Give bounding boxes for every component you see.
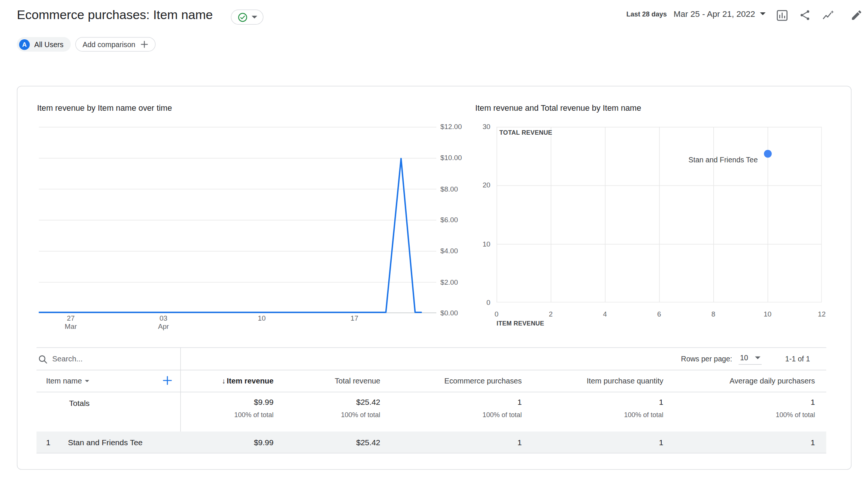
comparison-chip-all-users[interactable]: A All Users [17, 37, 71, 52]
chevron-down-icon [760, 12, 766, 15]
report-status-dropdown[interactable] [231, 10, 264, 25]
y-tick-label: 10 [470, 240, 491, 249]
ga4-report-page: Ecommerce purchases: Item name Last 28 d… [0, 0, 868, 477]
chevron-down-icon [251, 16, 257, 19]
x-tick-label: 10 [245, 314, 279, 323]
rows-per-page-control: Rows per page: 10 1-1 of 1 [681, 351, 810, 366]
sort-descending-icon: ↓ [222, 377, 226, 385]
comparison-avatar: A [19, 39, 30, 50]
row-cell-total-revenue: $25.42 [285, 432, 392, 453]
totals-cell: 1100% of total [675, 397, 826, 419]
row-item-name: Stan and Friends Tee [68, 432, 143, 453]
report-card: Item revenue by Item name over time $12.… [17, 86, 852, 470]
totals-cell: 1100% of total [392, 397, 533, 419]
column-header-total-revenue[interactable]: Total revenue [285, 370, 392, 392]
rows-per-page-value: 10 [740, 354, 748, 362]
rows-per-page-label: Rows per page: [681, 354, 732, 363]
column-header-item-purchase-quantity[interactable]: Item purchase quantity [533, 370, 675, 392]
totals-cell: 1100% of total [533, 397, 675, 419]
totals-cell: $9.99100% of total [180, 397, 285, 419]
x-tick-label: 17 [338, 314, 371, 323]
column-header-item-revenue[interactable]: ↓Item revenue [180, 370, 285, 392]
scatter-point-label: Stan and Friends Tee [648, 156, 758, 164]
plus-icon [140, 40, 148, 48]
scatter-y-axis-title: TOTAL REVENUE [500, 129, 552, 136]
rows-per-page-select[interactable]: 10 [739, 352, 762, 365]
y-tick-label: $6.00 [440, 215, 475, 224]
insights-button[interactable] [821, 8, 835, 22]
date-range-value: Mar 25 - Apr 21, 2022 [674, 9, 755, 19]
chevron-down-icon [755, 357, 761, 360]
scatter-chart-title: Item revenue and Total revenue by Item n… [475, 103, 641, 112]
x-tick-label: 12 [811, 311, 833, 318]
x-tick-label: 2 [540, 311, 562, 318]
y-tick-label: $2.00 [440, 278, 475, 287]
line-chart-title: Item revenue by Item name over time [37, 103, 172, 112]
table-header-bottom-border [37, 392, 826, 392]
scatter-point [764, 150, 772, 158]
row-cell-average-daily-purchasers: 1 [675, 432, 826, 453]
add-dimension-button[interactable] [161, 374, 174, 387]
share-report-button[interactable] [798, 8, 812, 22]
check-circle-icon [237, 12, 248, 22]
search-icon [38, 355, 47, 364]
edit-comparisons-button[interactable] [775, 8, 789, 22]
x-tick-label: 0 [485, 311, 508, 318]
date-range-picker[interactable]: Last 28 days Mar 25 - Apr 21, 2022 [626, 9, 766, 19]
pencil-icon [850, 9, 863, 21]
pagination-status: 1-1 of 1 [785, 354, 810, 363]
x-tick-label: 8 [702, 311, 725, 318]
scatter-x-axis-title: ITEM REVENUE [497, 320, 544, 327]
customize-report-button[interactable] [849, 8, 864, 22]
share-icon [799, 9, 811, 21]
y-tick-label: 20 [470, 181, 491, 190]
row-cell-item-revenue: $9.99 [180, 432, 285, 453]
dimension-header-label: Item name [46, 377, 82, 385]
x-tick-label: 03Apr [147, 314, 180, 331]
page-title: Ecommerce purchases: Item name [17, 8, 213, 22]
row-index: 1 [46, 432, 51, 453]
report-toolbar [775, 8, 864, 22]
table-top-border [37, 348, 826, 348]
x-tick-label: 27Mar [54, 314, 88, 331]
line-chart [39, 127, 437, 313]
y-tick-label: $10.00 [440, 153, 475, 162]
column-header-average-daily-purchasers[interactable]: Average daily purchasers [675, 370, 826, 392]
totals-label: Totals [69, 398, 90, 407]
totals-cell: $25.42100% of total [285, 397, 392, 419]
x-tick-label: 10 [756, 311, 779, 318]
row-cell-ecommerce-purchases: 1 [392, 432, 533, 453]
x-tick-label: 6 [648, 311, 670, 318]
column-header-ecommerce-purchases[interactable]: Ecommerce purchases [392, 370, 533, 392]
add-comparison-button[interactable]: Add comparison [75, 37, 155, 52]
comparison-chip-label: All Users [34, 40, 64, 49]
row-cell-item-purchase-quantity: 1 [533, 432, 675, 453]
y-tick-label: 30 [470, 122, 491, 131]
line-series [39, 159, 422, 312]
search-input[interactable] [52, 351, 165, 366]
plus-icon [162, 375, 173, 386]
date-range-preset-label: Last 28 days [626, 10, 667, 18]
table-bottom-border [37, 453, 826, 454]
dimension-header-dropdown[interactable]: Item name [46, 370, 89, 392]
add-comparison-label: Add comparison [83, 40, 136, 49]
edit-chart-icon [776, 9, 789, 22]
caret-down-icon [85, 380, 89, 382]
x-tick-label: 4 [594, 311, 616, 318]
y-tick-label: 0 [470, 298, 491, 307]
scatter-chart [497, 127, 822, 303]
y-tick-label: $0.00 [440, 309, 475, 318]
insights-icon [822, 9, 835, 22]
